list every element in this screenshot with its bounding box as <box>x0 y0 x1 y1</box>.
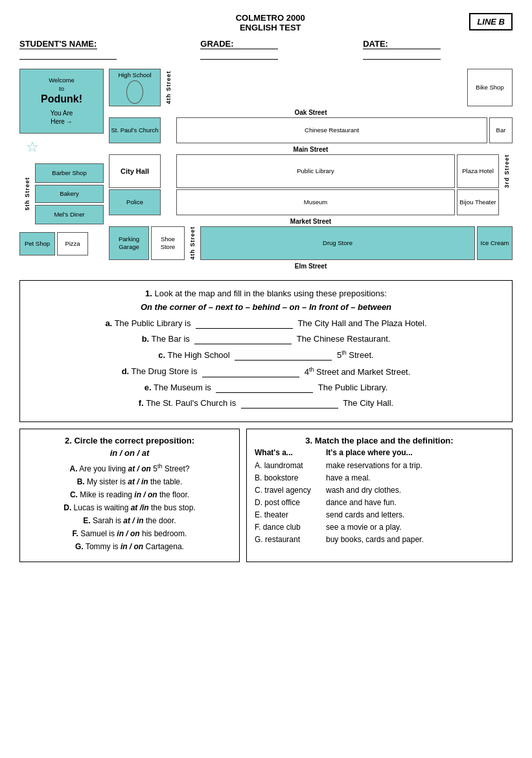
match-header: What's a... It's a place where you... <box>255 448 504 457</box>
match-row-C: C. travel agency wash and dry clothes. <box>255 486 504 495</box>
blank-e[interactable] <box>216 383 313 393</box>
bar-cell: Bar <box>489 117 513 143</box>
pizza-cell: Pizza <box>57 232 88 255</box>
left-buildings: Barber Shop Bakery Mel's Diner <box>35 163 104 224</box>
ex1-prepositions: On the corner of – next to – behind – on… <box>30 302 502 312</box>
pet-shop-cell: Pet Shop <box>19 232 55 255</box>
place-G: G. restaurant <box>255 535 319 544</box>
place-F: F. dance club <box>255 523 319 532</box>
grade-label: GRADE: <box>200 39 350 60</box>
def-E: send cards and letters. <box>326 510 504 519</box>
section2: 2. Circle the correct preposition: in / … <box>19 429 240 562</box>
blank-a[interactable] <box>196 318 293 329</box>
main-street-label: Main Street <box>109 145 513 154</box>
blank-b[interactable] <box>194 334 292 344</box>
line-b-box: LINE B <box>469 13 513 30</box>
map-section: Welcome to Podunk! You Are Here → ☆ 5th … <box>19 69 513 271</box>
drug-store-cell: Drug Store <box>200 226 475 260</box>
fifth-street-label: 5th Street <box>19 177 35 211</box>
s2-qG: G. Tommy is in / on Cartagena. <box>28 542 231 551</box>
s2-qE: E. Sarah is at / in the door. <box>28 516 231 525</box>
map-right: High School 4th Street Bike Shop Oak Str… <box>109 69 513 271</box>
spacer2 <box>163 117 174 143</box>
spacer-top <box>176 69 465 106</box>
blank-d[interactable] <box>202 367 299 377</box>
s2-qF: F. Samuel is in / on his bedroom. <box>28 529 231 538</box>
third-street-label: 3rd Street <box>501 154 513 188</box>
map-left: Welcome to Podunk! You Are Here → ☆ 5th … <box>19 69 104 271</box>
ice-cream-cell: Ice Cream <box>477 226 513 260</box>
star-icon: ☆ <box>26 139 39 156</box>
plaza-hotel-cell: Plaza Hotel <box>457 154 499 188</box>
welcome-line2: to <box>59 85 64 93</box>
def-B: have a meal. <box>326 473 504 482</box>
sec2-title: 2. Circle the correct preposition: <box>28 436 231 445</box>
place-D: D. post office <box>255 498 319 507</box>
fourth-street-bottom-label: 4th Street <box>187 226 198 260</box>
mels-diner-cell: Mel's Diner <box>35 205 104 224</box>
bakery-cell: Bakery <box>35 185 104 203</box>
header-center: COLMETRO 2000 ENGLISH TEST <box>71 13 469 32</box>
police-cell: Police <box>109 189 161 215</box>
s2-qC: C. Mike is reading in / on the floor. <box>28 490 231 499</box>
ex1-instruction: Look at the map and fill in the blanks u… <box>155 289 387 298</box>
right-row2: Chinese Restaurant Bar <box>176 117 513 143</box>
match-row-A: A. laundromat make reservations for a tr… <box>255 461 504 470</box>
ex1-number: 1. <box>145 289 152 298</box>
exercise-1: 1. Look at the map and fill in the blank… <box>19 280 513 422</box>
match-row-E: E. theater send cards and letters. <box>255 510 504 519</box>
bijou-theater-cell: Bijou Theater <box>457 189 499 215</box>
parking-garage-cell: Parking Garage <box>109 226 149 260</box>
q1d: d. The Drug Store is 4th Street and Mark… <box>30 366 502 377</box>
student-name-label: STUDENT'S NAME: <box>19 39 187 60</box>
blank-f[interactable] <box>241 398 338 409</box>
you-are-text: You Are <box>51 109 73 117</box>
q1e: e. The Museum is The Public Library. <box>30 383 502 393</box>
match-col2-header: It's a place where you... <box>326 448 504 457</box>
ex1-title: 1. Look at the map and fill in the blank… <box>30 289 502 298</box>
s2-qD: D. Lucas is waiting at /in the bus stop. <box>28 503 231 512</box>
chinese-restaurant-cell: Chinese Restaurant <box>176 117 487 143</box>
def-F: see a movie or a play. <box>326 523 504 532</box>
def-A: make reservations for a trip. <box>326 461 504 470</box>
def-D: dance and have fun. <box>326 498 504 507</box>
page-header: COLMETRO 2000 ENGLISH TEST LINE B <box>19 13 513 32</box>
def-G: buy books, cards and paper. <box>326 535 504 544</box>
museum-cell: Museum <box>176 189 455 215</box>
match-row-G: G. restaurant buy books, cards and paper… <box>255 535 504 544</box>
spacer4 <box>163 189 174 215</box>
student-info: STUDENT'S NAME: GRADE: DATE: <box>19 39 513 60</box>
match-col1-header: What's a... <box>255 448 319 457</box>
high-school-cell: High School <box>109 69 161 106</box>
match-row-B: B. bookstore have a meal. <box>255 473 504 482</box>
bottom-sections: 2. Circle the correct preposition: in / … <box>19 429 513 562</box>
match-row-F: F. dance club see a movie or a play. <box>255 523 504 532</box>
high-school-oval <box>126 80 143 104</box>
bottom-left-buildings: Pet Shop Pizza <box>19 232 104 255</box>
sec2-subtitle: in / on / at <box>28 448 231 458</box>
blank-c[interactable] <box>235 350 332 361</box>
st-pauls-cell: St. Paul's Church <box>109 117 161 143</box>
s2-qA: A. Are you living at / on 5th Street? <box>28 463 231 473</box>
right-row4: Museum Bijou Theater <box>176 189 499 215</box>
q1c: c. The High School 5th Street. <box>30 349 502 361</box>
market-street-label: Market Street <box>109 217 513 226</box>
title-line1: COLMETRO 2000 <box>71 13 469 23</box>
s2-qB: B. My sister is at / in the table. <box>28 477 231 486</box>
title-line2: ENGLISH TEST <box>71 23 469 32</box>
fifth-street-area: 5th Street Barber Shop Bakery Mel's Dine… <box>19 158 104 230</box>
welcome-line1: Welcome <box>49 77 74 84</box>
here-arrow: Here → <box>51 117 73 126</box>
map-row-3: City Hall Public Library Plaza Hotel 3rd… <box>109 154 513 188</box>
place-A: A. laundromat <box>255 461 319 470</box>
section3: 3. Match the place and the definition: W… <box>246 429 513 562</box>
sec3-title: 3. Match the place and the definition: <box>255 436 504 445</box>
spacer4b <box>501 189 513 215</box>
right-row3: Public Library Plaza Hotel <box>176 154 499 188</box>
city-hall-cell: City Hall <box>109 154 161 188</box>
def-C: wash and dry clothes. <box>326 486 504 495</box>
place-E: E. theater <box>255 510 319 519</box>
spacer3 <box>163 154 174 188</box>
welcome-box: Welcome to Podunk! You Are Here → <box>19 69 104 134</box>
oak-street-label: Oak Street <box>109 108 513 117</box>
